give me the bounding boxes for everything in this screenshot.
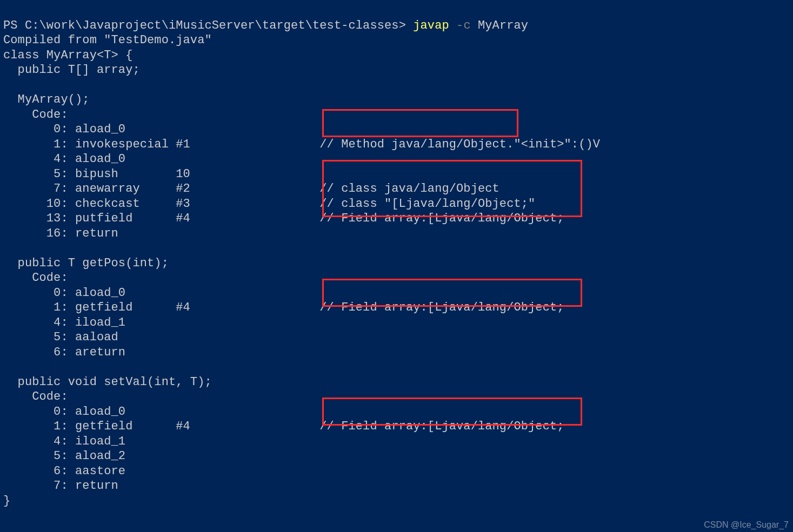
- output-line: public void setVal(int, T);: [3, 375, 212, 389]
- output-line: 10: checkcast #3 // class "[Ljava/lang/O…: [3, 197, 535, 211]
- terminal-output[interactable]: PS C:\work\Javaproject\iMusicServer\targ…: [0, 0, 793, 511]
- prompt-cwd: C:\work\Javaproject\iMusicServer\target\…: [25, 19, 399, 32]
- output-line: 7: return: [3, 479, 118, 493]
- output-line: public T[] array;: [3, 63, 140, 77]
- prompt-line: PS C:\work\Javaproject\iMusicServer\targ…: [3, 19, 528, 32]
- output-line: }: [3, 494, 10, 508]
- output-line: 4: iload_1: [3, 316, 125, 329]
- output-line: 1: getfield #4 // Field array:[Ljava/lan…: [3, 420, 564, 433]
- output-line: 6: aastore: [3, 464, 125, 478]
- output-line: Code:: [3, 390, 68, 403]
- prompt-suffix: >: [399, 19, 414, 32]
- output-line: MyArray();: [3, 93, 90, 106]
- output-line: 5: bipush 10: [3, 167, 190, 181]
- output-line: 6: areturn: [3, 346, 125, 359]
- output-line: public T getPos(int);: [3, 257, 169, 270]
- command-name: javap: [413, 19, 449, 32]
- output-line: 5: aaload: [3, 331, 118, 344]
- output-line: 0: aload_0: [3, 286, 125, 300]
- prompt-prefix: PS: [3, 19, 25, 32]
- watermark: CSDN @Ice_Sugar_7: [704, 520, 789, 530]
- command-arg: MyArray: [478, 19, 528, 32]
- output-line: 7: anewarray #2 // class java/lang/Objec…: [3, 182, 499, 196]
- output-line: 5: aload_2: [3, 449, 125, 463]
- output-line: Code:: [3, 271, 68, 285]
- output-line: Compiled from "TestDemo.java": [3, 33, 212, 47]
- output-line: class MyArray<T> {: [3, 49, 132, 62]
- output-line: 4: aload_0: [3, 152, 125, 166]
- output-line: 13: putfield #4 // Field array:[Ljava/la…: [3, 212, 564, 225]
- command-option: -c: [456, 19, 471, 32]
- output-line: 16: return: [3, 227, 118, 240]
- output-line: 4: iload_1: [3, 435, 125, 448]
- output-line: 1: invokespecial #1 // Method java/lang/…: [3, 138, 600, 151]
- output-line: 1: getfield #4 // Field array:[Ljava/lan…: [3, 301, 564, 314]
- output-line: Code:: [3, 108, 68, 122]
- output-line: 0: aload_0: [3, 405, 125, 419]
- output-line: 0: aload_0: [3, 123, 125, 136]
